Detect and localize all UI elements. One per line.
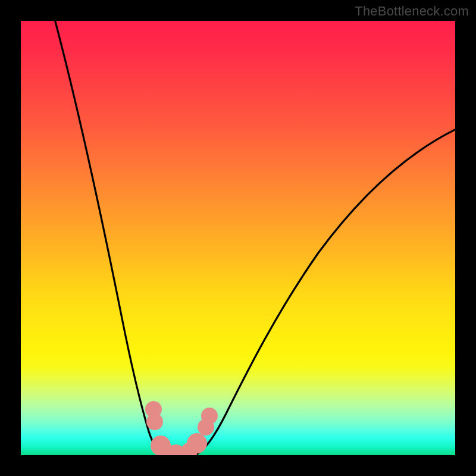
data-point-marker [187,433,207,453]
plot-area [21,21,455,455]
chart-frame: TheBottleneck.com [0,0,476,476]
data-point-marker [201,408,218,424]
data-point-marker [146,414,163,430]
watermark-text: TheBottleneck.com [355,4,469,19]
bottleneck-curve [21,21,455,455]
